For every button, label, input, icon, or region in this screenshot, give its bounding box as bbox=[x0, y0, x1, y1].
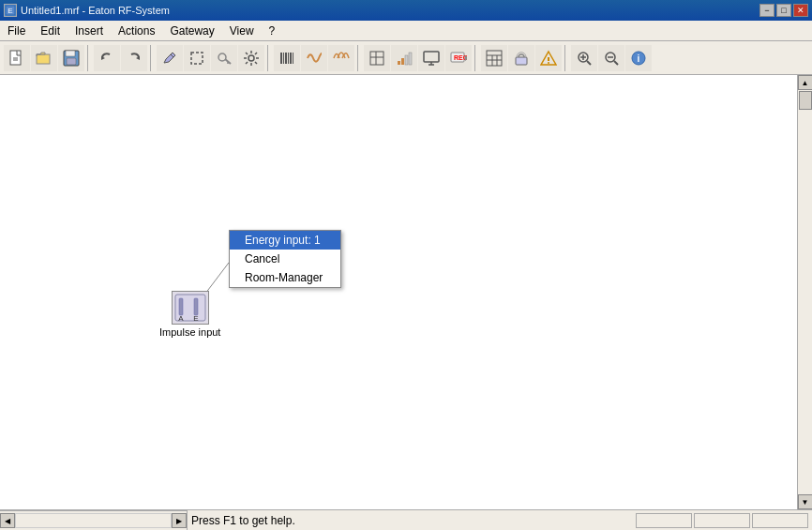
device-icon: A E bbox=[172, 291, 209, 325]
minimize-button[interactable]: − bbox=[759, 4, 774, 17]
context-menu-item-cancel[interactable]: Cancel bbox=[230, 250, 340, 268]
scroll-up-arrow[interactable]: ▲ bbox=[798, 75, 813, 90]
svg-rect-41 bbox=[516, 57, 527, 65]
wave2-button[interactable] bbox=[328, 45, 354, 71]
svg-rect-56 bbox=[179, 298, 183, 315]
svg-rect-17 bbox=[280, 53, 282, 64]
svg-rect-8 bbox=[67, 58, 76, 65]
svg-point-44 bbox=[548, 62, 549, 64]
main-area: A E Impulse input Energy input: 1 Cancel… bbox=[0, 75, 812, 509]
open-button[interactable] bbox=[31, 45, 57, 71]
info-button[interactable]: i bbox=[625, 45, 652, 71]
scroll-track-right bbox=[798, 90, 813, 494]
svg-rect-27 bbox=[401, 58, 404, 65]
undo-button[interactable] bbox=[94, 45, 120, 71]
svg-rect-28 bbox=[405, 55, 408, 65]
redo-button[interactable] bbox=[121, 45, 147, 71]
title-text: Untitled1.mrf - Eaton RF-System bbox=[21, 5, 170, 16]
scroll-down-arrow[interactable]: ▼ bbox=[798, 494, 813, 509]
svg-text:E: E bbox=[193, 314, 198, 323]
menu-actions[interactable]: Actions bbox=[111, 21, 162, 40]
separator-4 bbox=[357, 45, 361, 71]
svg-rect-19 bbox=[285, 53, 287, 64]
maximize-button[interactable]: □ bbox=[776, 4, 791, 17]
scroll-track-h bbox=[15, 513, 172, 528]
status-bar: ◀ ▶ Press F1 to get help. bbox=[0, 509, 812, 530]
svg-rect-23 bbox=[370, 52, 383, 65]
svg-text:i: i bbox=[638, 53, 640, 64]
menu-view[interactable]: View bbox=[222, 21, 262, 40]
settings-button[interactable] bbox=[238, 45, 264, 71]
close-button[interactable]: ✕ bbox=[793, 4, 808, 17]
device-node[interactable]: A E Impulse input bbox=[159, 291, 220, 338]
separator-5 bbox=[474, 45, 478, 71]
svg-rect-26 bbox=[398, 61, 400, 65]
status-panel-3 bbox=[752, 513, 808, 528]
table-button[interactable] bbox=[481, 45, 507, 71]
grid-button[interactable] bbox=[364, 45, 390, 71]
menu-file[interactable]: File bbox=[0, 21, 33, 40]
edit-button[interactable] bbox=[157, 45, 183, 71]
status-panel-2 bbox=[694, 513, 750, 528]
svg-rect-29 bbox=[409, 53, 412, 65]
horizontal-scroll: ◀ ▶ bbox=[0, 510, 188, 531]
status-panel-1 bbox=[636, 513, 692, 528]
svg-rect-18 bbox=[283, 53, 284, 64]
select-button[interactable] bbox=[184, 45, 210, 71]
menu-insert[interactable]: Insert bbox=[68, 21, 111, 40]
svg-text:REC: REC bbox=[454, 54, 467, 61]
svg-rect-36 bbox=[487, 51, 502, 66]
new-button[interactable] bbox=[4, 45, 30, 71]
zoom-in-button[interactable] bbox=[571, 45, 597, 71]
title-bar-left: E Untitled1.mrf - Eaton RF-System bbox=[4, 4, 170, 17]
menu-help[interactable]: ? bbox=[262, 21, 283, 40]
save-button[interactable] bbox=[58, 45, 84, 71]
menu-bar: File Edit Insert Actions Gateway View ? bbox=[0, 21, 812, 41]
zoom-out-button[interactable] bbox=[598, 45, 624, 71]
svg-text:A: A bbox=[178, 314, 184, 323]
monitor-button[interactable] bbox=[418, 45, 444, 71]
status-text: Press F1 to get help. bbox=[191, 514, 295, 527]
barcode-button[interactable] bbox=[274, 45, 300, 71]
separator-6 bbox=[564, 45, 568, 71]
canvas[interactable]: A E Impulse input Energy input: 1 Cancel… bbox=[0, 75, 797, 509]
menu-edit[interactable]: Edit bbox=[33, 21, 68, 40]
wave1-button[interactable] bbox=[301, 45, 327, 71]
scroll-left-arrow[interactable]: ◀ bbox=[0, 513, 15, 528]
scroll-right-arrow[interactable]: ▶ bbox=[172, 513, 187, 528]
key-button[interactable] bbox=[211, 45, 237, 71]
svg-rect-12 bbox=[191, 53, 203, 64]
svg-point-16 bbox=[248, 55, 254, 61]
svg-rect-5 bbox=[37, 54, 50, 64]
rec-button[interactable]: REC bbox=[445, 45, 472, 71]
svg-text:E: E bbox=[8, 7, 12, 15]
status-panels bbox=[636, 510, 812, 530]
signal-button[interactable] bbox=[391, 45, 417, 71]
separator-1 bbox=[87, 45, 91, 71]
separator-2 bbox=[150, 45, 154, 71]
svg-rect-57 bbox=[194, 298, 198, 315]
menu-gateway[interactable]: Gateway bbox=[162, 21, 221, 40]
toolbar: REC i bbox=[0, 41, 812, 75]
scroll-thumb-right[interactable] bbox=[799, 91, 812, 110]
title-bar: E Untitled1.mrf - Eaton RF-System − □ ✕ bbox=[0, 0, 812, 21]
svg-line-46 bbox=[587, 61, 591, 65]
app-icon: E bbox=[4, 4, 17, 17]
svg-rect-7 bbox=[66, 51, 75, 56]
connection-lines bbox=[0, 75, 797, 509]
svg-line-50 bbox=[614, 61, 618, 65]
svg-rect-20 bbox=[288, 53, 289, 64]
context-menu-item-energy[interactable]: Energy input: 1 bbox=[230, 231, 340, 250]
context-menu-item-room-manager[interactable]: Room-Manager bbox=[230, 268, 340, 287]
rf1-button[interactable] bbox=[508, 45, 534, 71]
separator-3 bbox=[267, 45, 271, 71]
svg-rect-30 bbox=[424, 52, 439, 62]
warning-button[interactable] bbox=[535, 45, 562, 71]
context-menu: Energy input: 1 Cancel Room-Manager bbox=[229, 230, 341, 288]
scrollbar-right: ▲ ▼ bbox=[797, 75, 812, 509]
title-bar-buttons: − □ ✕ bbox=[759, 4, 808, 17]
svg-rect-22 bbox=[293, 53, 293, 64]
device-label: Impulse input bbox=[159, 326, 220, 338]
svg-rect-21 bbox=[290, 53, 292, 64]
